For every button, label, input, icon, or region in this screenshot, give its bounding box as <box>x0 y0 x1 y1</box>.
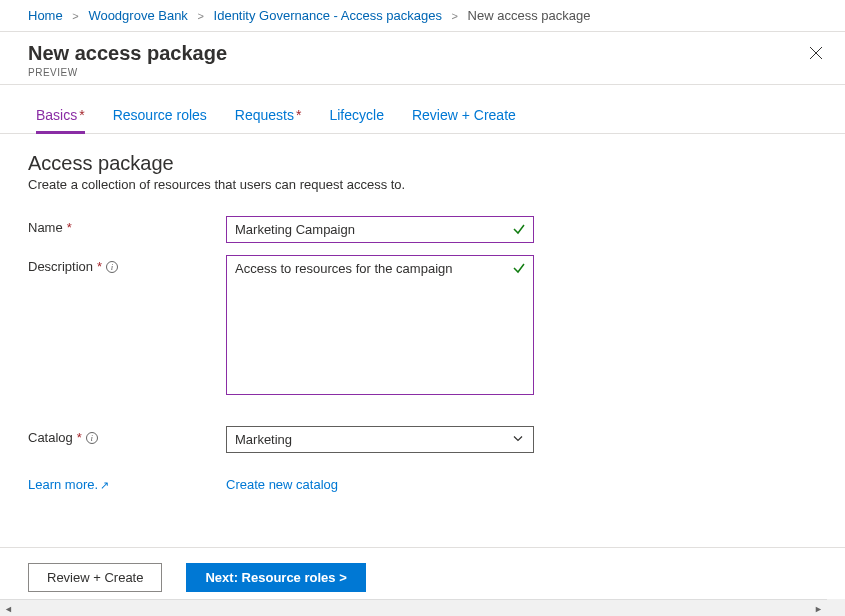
scrollbar-corner <box>827 599 845 616</box>
form-row-description: Description* i Access to resources for t… <box>0 249 845 404</box>
catalog-select[interactable] <box>226 426 534 453</box>
check-icon <box>512 222 526 239</box>
tab-resource-roles[interactable]: Resource roles <box>113 107 207 133</box>
chevron-right-icon: > <box>72 10 78 22</box>
learn-more-link[interactable]: Learn more.↗ <box>28 477 109 492</box>
name-input[interactable] <box>226 216 534 243</box>
required-indicator: * <box>296 107 301 123</box>
review-create-button[interactable]: Review + Create <box>28 563 162 592</box>
page-title: New access package <box>28 42 227 65</box>
close-icon <box>809 46 823 60</box>
external-link-icon: ↗ <box>100 479 109 491</box>
horizontal-scrollbar[interactable]: ◄ ► <box>0 599 827 616</box>
required-indicator: * <box>67 220 72 235</box>
tab-requests[interactable]: Requests* <box>235 107 302 133</box>
breadcrumb-link-home[interactable]: Home <box>28 8 63 23</box>
required-indicator: * <box>77 430 82 445</box>
required-indicator: * <box>79 107 84 123</box>
chevron-right-icon: > <box>198 10 204 22</box>
tab-review-create[interactable]: Review + Create <box>412 107 516 133</box>
name-label: Name* <box>28 216 226 235</box>
tab-lifecycle[interactable]: Lifecycle <box>329 107 383 133</box>
description-label: Description* i <box>28 255 226 274</box>
footer: Review + Create Next: Resource roles > <box>0 563 845 592</box>
description-input[interactable]: Access to resources for the campaign <box>226 255 534 395</box>
tabs: Basics* Resource roles Requests* Lifecyc… <box>0 85 845 134</box>
scroll-right-icon[interactable]: ► <box>810 600 827 616</box>
section-subtitle: Create a collection of resources that us… <box>0 177 845 210</box>
breadcrumb-link-governance[interactable]: Identity Governance - Access packages <box>214 8 442 23</box>
breadcrumb-link-org[interactable]: Woodgrove Bank <box>88 8 188 23</box>
page-header: New access package PREVIEW <box>0 32 845 85</box>
check-icon <box>512 261 526 278</box>
required-indicator: * <box>97 259 102 274</box>
info-icon[interactable]: i <box>86 432 98 444</box>
chevron-right-icon: > <box>452 10 458 22</box>
create-catalog-link[interactable]: Create new catalog <box>226 477 338 492</box>
catalog-label: Catalog* i <box>28 426 226 445</box>
tab-basics[interactable]: Basics* <box>36 107 85 134</box>
preview-label: PREVIEW <box>28 67 227 78</box>
link-row: Learn more.↗ Create new catalog <box>0 459 845 492</box>
section-title: Access package <box>0 134 845 177</box>
info-icon[interactable]: i <box>106 261 118 273</box>
close-button[interactable] <box>805 42 827 68</box>
breadcrumb-current: New access package <box>468 8 591 23</box>
breadcrumb: Home > Woodgrove Bank > Identity Governa… <box>0 0 845 32</box>
form-row-catalog: Catalog* i <box>0 420 845 459</box>
form-row-name: Name* <box>0 210 845 249</box>
scroll-left-icon[interactable]: ◄ <box>0 600 17 616</box>
next-button[interactable]: Next: Resource roles > <box>186 563 365 592</box>
